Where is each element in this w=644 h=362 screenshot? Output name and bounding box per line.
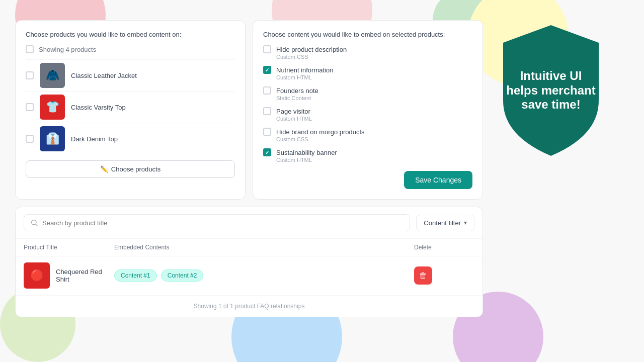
content-sub-5: Custom HTML <box>276 157 472 163</box>
content-label-5: Sustainability banner <box>276 149 337 156</box>
delete-button[interactable]: 🗑 <box>414 266 432 285</box>
content-badge: Content #2 <box>161 269 204 282</box>
product-name-1: Classic Varsity Top <box>71 104 126 111</box>
all-products-label: Showing 4 products <box>39 46 96 53</box>
content-item-2: Founders note Static Content <box>263 86 472 101</box>
table-footer: Showing 1 of 1 product FAQ relationships <box>16 295 482 317</box>
right-panel: Intuitive UI helps merchant save time! <box>493 20 609 161</box>
col-embedded-contents: Embedded Contents <box>114 244 414 251</box>
content-checkbox-5[interactable] <box>263 148 271 156</box>
content-label-3: Page visitor <box>276 108 310 115</box>
content-item-3: Page visitor Custom HTML <box>263 107 472 122</box>
content-filter-button[interactable]: Content filter ▾ <box>416 215 474 231</box>
table-row: 🔴 Chequered Red Shirt Content #1Content … <box>16 256 482 295</box>
content-sub-1: Custom HTML <box>276 74 472 80</box>
badges-cell: Content #1Content #2 <box>114 269 414 282</box>
left-panel: Choose products you would like to embed … <box>15 20 483 317</box>
table-header: Product Title Embedded Contents Delete <box>16 239 482 256</box>
content-checkbox-1[interactable] <box>263 66 271 74</box>
product-checkbox-0[interactable] <box>26 71 34 79</box>
save-changes-button[interactable]: Save Changes <box>404 171 472 189</box>
product-item: 👕 Classic Varsity Top <box>26 91 235 123</box>
content-item-1: Nutrient information Custom HTML <box>263 66 472 80</box>
content-checkbox-4[interactable] <box>263 128 271 136</box>
all-products-row: Showing 4 products <box>26 45 235 53</box>
content-item-0: Hide product description Custom CSS <box>263 45 472 60</box>
all-products-checkbox[interactable] <box>26 45 34 53</box>
content-badge: Content #1 <box>114 269 157 282</box>
product-checkbox-2[interactable] <box>26 135 34 143</box>
content-checkbox-3[interactable] <box>263 107 271 115</box>
content-label-1: Nutrient information <box>276 66 333 74</box>
choose-products-button[interactable]: ✏️ Choose products <box>26 160 235 178</box>
products-card: Choose products you would like to embed … <box>15 20 246 200</box>
promo-text: Intuitive UI helps merchant save time! <box>493 49 609 132</box>
product-image-1: 👕 <box>40 95 65 120</box>
choose-products-label: Choose products <box>111 165 160 173</box>
content-label-2: Founders note <box>276 87 318 95</box>
table-product-name: Chequered Red Shirt <box>56 268 114 283</box>
content-card-title: Choose content you would like to embed o… <box>263 31 472 38</box>
search-box <box>24 214 410 231</box>
content-label-4: Hide brand on morgo products <box>276 128 365 136</box>
product-name-0: Classic Leather Jacket <box>71 72 137 79</box>
top-row: Choose products you would like to embed … <box>15 20 483 200</box>
content-sub-2: Static Content <box>276 95 472 101</box>
search-icon <box>30 219 38 227</box>
col-product-title: Product Title <box>24 244 114 251</box>
content-checkbox-2[interactable] <box>263 86 271 95</box>
svg-point-0 <box>32 220 36 225</box>
table-search-row: Content filter ▾ <box>16 207 482 239</box>
table-body: 🔴 Chequered Red Shirt Content #1Content … <box>16 256 482 295</box>
shield-container: Intuitive UI helps merchant save time! <box>493 20 609 161</box>
table-card: Content filter ▾ Product Title Embedded … <box>15 207 483 317</box>
product-list: 🧥 Classic Leather Jacket 👕 Classic Varsi… <box>26 59 235 154</box>
svg-line-1 <box>36 224 38 226</box>
col-delete: Delete <box>414 244 474 251</box>
product-image-2: 👔 <box>40 126 65 151</box>
chevron-down-icon: ▾ <box>464 219 467 226</box>
products-card-title: Choose products you would like to embed … <box>26 31 235 38</box>
table-product-image: 🔴 <box>24 262 50 289</box>
content-card: Choose content you would like to embed o… <box>253 20 483 200</box>
content-sub-4: Custom CSS <box>276 136 472 142</box>
content-item-5: Sustainability banner Custom HTML <box>263 148 472 163</box>
product-item: 🧥 Classic Leather Jacket <box>26 59 235 91</box>
pencil-icon: ✏️ <box>100 165 108 173</box>
delete-cell: 🗑 <box>414 266 474 285</box>
content-item-4: Hide brand on morgo products Custom CSS <box>263 128 472 142</box>
content-label-0: Hide product description <box>276 46 347 53</box>
content-sub-3: Custom HTML <box>276 116 472 122</box>
product-item: 👔 Dark Denim Top <box>26 123 235 154</box>
product-image-0: 🧥 <box>40 63 65 88</box>
product-checkbox-1[interactable] <box>26 103 34 111</box>
table-product-cell: 🔴 Chequered Red Shirt <box>24 262 114 289</box>
product-name-2: Dark Denim Top <box>71 135 118 143</box>
content-list: Hide product description Custom CSS Nutr… <box>263 45 472 163</box>
search-input[interactable] <box>42 219 404 227</box>
content-sub-0: Custom CSS <box>276 54 472 60</box>
content-checkbox-0[interactable] <box>263 45 271 53</box>
content-filter-label: Content filter <box>424 219 461 227</box>
